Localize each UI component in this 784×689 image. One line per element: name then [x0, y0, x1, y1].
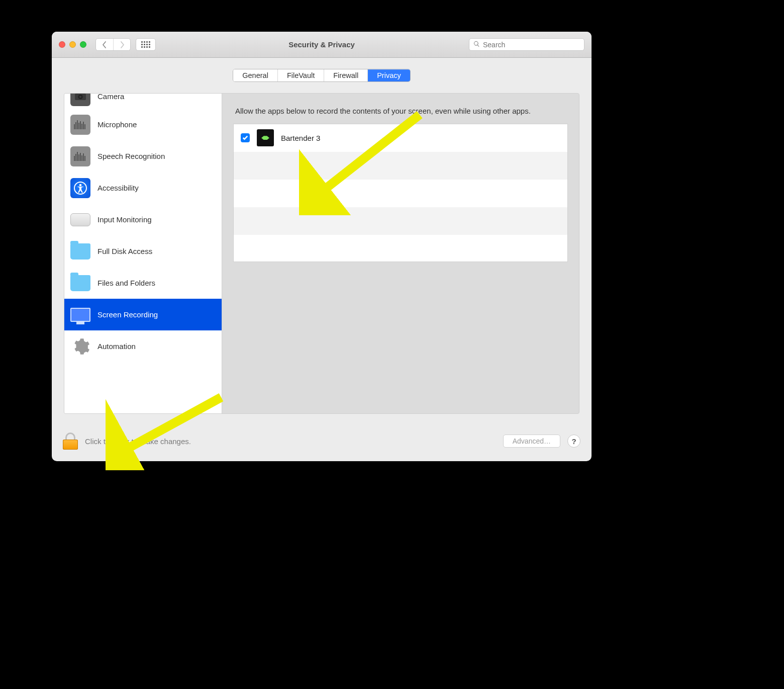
svg-rect-11 [74, 156, 75, 161]
sidebar-item-full-disk-access[interactable]: Full Disk Access [64, 235, 222, 267]
sidebar-item-label: Camera [97, 94, 124, 101]
sidebar-item-automation[interactable]: Automation [64, 330, 222, 362]
accessibility-icon [70, 178, 90, 198]
svg-point-20 [79, 184, 82, 186]
display-icon [70, 308, 90, 322]
search-field[interactable] [469, 38, 584, 51]
lock-label: Click the lock to make changes. [85, 437, 191, 446]
permission-description: Allow the apps below to record the conte… [235, 106, 566, 117]
footer: Click the lock to make changes. Advanced… [52, 421, 592, 461]
tab-bar: General FileVault Firewall Privacy [52, 58, 592, 93]
gear-icon [70, 336, 90, 357]
svg-rect-18 [84, 156, 85, 161]
forward-button[interactable] [113, 39, 130, 50]
lock-icon[interactable] [63, 433, 78, 450]
svg-rect-6 [78, 123, 79, 129]
svg-rect-15 [80, 153, 81, 161]
tab-group: General FileVault Firewall Privacy [233, 69, 410, 82]
minimize-button[interactable] [69, 41, 76, 48]
app-checkbox[interactable] [241, 133, 250, 142]
svg-rect-10 [84, 124, 85, 129]
svg-rect-9 [83, 122, 84, 129]
sidebar-item-label: Full Disk Access [97, 247, 152, 255]
app-permission-table: Bartender 3 [233, 124, 568, 262]
app-name: Bartender 3 [281, 134, 320, 142]
back-button[interactable] [96, 39, 113, 50]
close-button[interactable] [59, 41, 65, 48]
search-icon [473, 41, 480, 49]
system-preferences-window: Security & Privacy General FileVault Fir… [52, 32, 592, 461]
tab-filevault[interactable]: FileVault [277, 69, 324, 81]
app-row[interactable]: Bartender 3 [234, 124, 567, 152]
app-row-empty [234, 235, 567, 263]
traffic-lights [59, 41, 86, 48]
privacy-category-list[interactable]: Camera Microphone [64, 94, 222, 413]
svg-rect-4 [75, 122, 76, 129]
zoom-button[interactable] [80, 41, 86, 48]
navigation-group [95, 38, 131, 51]
sidebar-item-speech-recognition[interactable]: Speech Recognition [64, 140, 222, 172]
titlebar: Security & Privacy [52, 32, 592, 58]
sidebar-item-microphone[interactable]: Microphone [64, 109, 222, 140]
advanced-button[interactable]: Advanced… [503, 435, 560, 448]
app-row-empty [234, 180, 567, 207]
content-frame: Camera Microphone [64, 93, 579, 414]
sidebar-item-files-and-folders[interactable]: Files and Folders [64, 267, 222, 299]
camera-icon [70, 94, 90, 106]
sidebar-item-input-monitoring[interactable]: Input Monitoring [64, 204, 222, 235]
svg-rect-17 [83, 153, 84, 161]
sidebar-item-label: Screen Recording [97, 310, 158, 319]
app-row-empty [234, 152, 567, 180]
svg-rect-14 [78, 154, 79, 161]
sidebar-item-screen-recording[interactable]: Screen Recording [64, 299, 222, 330]
folder-icon [70, 243, 90, 260]
svg-point-2 [79, 96, 82, 98]
sidebar-item-label: Accessibility [97, 184, 139, 192]
svg-rect-3 [74, 124, 75, 129]
grid-icon [141, 41, 150, 48]
sidebar-item-accessibility[interactable]: Accessibility [64, 172, 222, 204]
tab-firewall[interactable]: Firewall [324, 69, 367, 81]
svg-rect-8 [81, 124, 82, 129]
app-icon [257, 129, 274, 146]
sidebar-item-camera[interactable]: Camera [64, 94, 222, 109]
sidebar-item-label: Automation [97, 342, 136, 351]
speech-icon [70, 146, 90, 166]
svg-rect-7 [80, 121, 81, 129]
sidebar-item-label: Files and Folders [97, 279, 155, 287]
tab-privacy[interactable]: Privacy [367, 69, 410, 81]
sidebar-item-label: Speech Recognition [97, 152, 165, 160]
search-input[interactable] [483, 41, 580, 49]
tab-general[interactable]: General [233, 69, 277, 81]
svg-rect-12 [75, 154, 76, 161]
sidebar-item-label: Input Monitoring [97, 215, 152, 224]
keyboard-icon [70, 213, 90, 226]
svg-rect-5 [77, 120, 78, 129]
svg-rect-13 [77, 152, 78, 161]
svg-rect-16 [81, 155, 82, 161]
show-all-button[interactable] [136, 38, 156, 51]
sidebar-item-label: Microphone [97, 120, 137, 129]
help-button[interactable]: ? [567, 435, 580, 448]
app-row-empty [234, 207, 567, 235]
folder-icon [70, 275, 90, 291]
microphone-icon [70, 115, 90, 135]
detail-pane: Allow the apps below to record the conte… [222, 94, 579, 413]
